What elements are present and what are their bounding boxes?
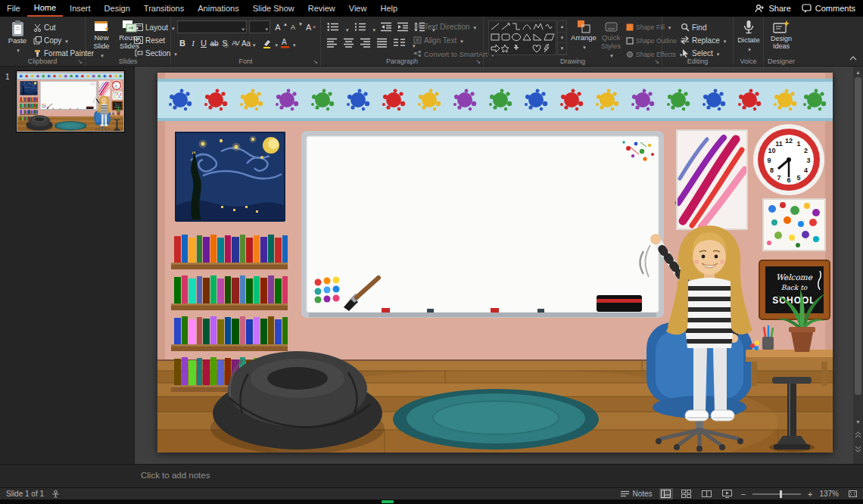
change-case-dropdown[interactable] bbox=[251, 36, 256, 50]
tab-slideshow[interactable]: Slide Show bbox=[246, 0, 301, 17]
vertical-scrollbar[interactable]: ▲ ▼ bbox=[853, 67, 863, 464]
underline-button[interactable]: U bbox=[198, 37, 209, 50]
font-name-combo[interactable] bbox=[177, 20, 247, 33]
zoom-level[interactable]: 137% bbox=[819, 490, 839, 498]
svg-text:5: 5 bbox=[796, 174, 800, 182]
shrink-font-button[interactable]: A▼ bbox=[288, 20, 303, 33]
quick-styles-button[interactable]: Quick Styles bbox=[597, 20, 625, 60]
text-shadow-button[interactable]: S bbox=[220, 37, 230, 50]
align-center-button[interactable] bbox=[344, 37, 354, 51]
character-spacing-button[interactable]: AV bbox=[230, 37, 241, 50]
abstract-painting[interactable] bbox=[677, 130, 747, 229]
strik​ethrough-button[interactable]: ab bbox=[209, 37, 220, 50]
reading-view-button[interactable] bbox=[700, 488, 714, 499]
paste-dropdown[interactable] bbox=[15, 46, 20, 54]
drawing-dialog-launcher[interactable]: ↘ bbox=[654, 58, 659, 65]
shapes-scroll-down[interactable]: ▼ bbox=[558, 33, 566, 44]
shapes-scroll-up[interactable]: ▲ bbox=[558, 21, 566, 33]
zoom-slider-thumb[interactable] bbox=[780, 490, 782, 498]
paste-button[interactable]: Paste bbox=[4, 20, 31, 54]
collapse-ribbon-button[interactable] bbox=[849, 50, 857, 64]
select-button[interactable]: Select bbox=[681, 47, 726, 59]
fit-to-window-button[interactable] bbox=[846, 488, 859, 499]
columns-button[interactable] bbox=[394, 37, 405, 51]
tab-help[interactable]: Help bbox=[373, 0, 404, 17]
comments-icon bbox=[802, 4, 812, 13]
eraser bbox=[597, 295, 642, 312]
align-right-button[interactable] bbox=[360, 37, 371, 51]
shapes-gallery[interactable] bbox=[488, 20, 556, 55]
align-text-button[interactable]: Align Text bbox=[413, 34, 494, 46]
ribbon-group-voice: Dictate Voice bbox=[734, 17, 764, 67]
slide-number: 1 bbox=[5, 73, 10, 81]
slide-thumbnail[interactable] bbox=[17, 71, 124, 132]
tab-animations[interactable]: Animations bbox=[191, 0, 245, 17]
slide-editing-surface[interactable]: 12 1 2 3 4 5 6 7 8 9 10 bbox=[157, 73, 833, 453]
find-button[interactable]: Find bbox=[681, 21, 726, 33]
grow-font-button[interactable]: A▲ bbox=[273, 20, 288, 33]
change-case-button[interactable]: Aa bbox=[241, 37, 251, 50]
share-icon bbox=[755, 4, 765, 13]
convert-smartart-button[interactable]: Convert to SmartArt bbox=[413, 48, 494, 60]
bold-button[interactable]: B bbox=[177, 37, 188, 50]
new-slide-button[interactable]: New Slide bbox=[88, 20, 115, 60]
collapse-ribbon-icon bbox=[849, 56, 857, 61]
bullets-button[interactable] bbox=[327, 21, 339, 35]
normal-view-button[interactable] bbox=[659, 488, 673, 499]
paragraph-dialog-launcher[interactable]: ↘ bbox=[475, 58, 481, 65]
sign-line-2: Back to bbox=[781, 284, 808, 291]
tab-transitions[interactable]: Transitions bbox=[137, 0, 191, 17]
zoom-out-button[interactable]: − bbox=[741, 490, 746, 499]
share-button[interactable]: Share bbox=[755, 4, 790, 13]
dictate-button[interactable]: Dictate bbox=[735, 20, 762, 54]
font-color-button[interactable]: A bbox=[278, 37, 291, 50]
tab-view[interactable]: View bbox=[342, 0, 374, 17]
accessibility-icon[interactable] bbox=[51, 490, 60, 498]
decrease-indent-button[interactable] bbox=[381, 21, 392, 35]
align-left-button[interactable] bbox=[327, 37, 338, 51]
notes-toggle[interactable]: Notes bbox=[621, 490, 652, 498]
comments-button[interactable]: Comments bbox=[802, 4, 855, 13]
tab-insert[interactable]: Insert bbox=[63, 0, 98, 17]
slide-sorter-view-button[interactable] bbox=[680, 488, 693, 499]
increase-indent-button[interactable] bbox=[397, 21, 409, 35]
scrollbar-thumb[interactable] bbox=[855, 77, 861, 395]
numbering-button[interactable] bbox=[354, 21, 366, 35]
notes-pane[interactable]: Click to add notes bbox=[0, 464, 863, 487]
highlight-color-button[interactable] bbox=[260, 37, 274, 50]
tab-home[interactable]: Home bbox=[27, 0, 63, 17]
fit-to-window-icon bbox=[848, 490, 858, 498]
dot-painting[interactable] bbox=[763, 199, 825, 250]
zoom-in-button[interactable]: + bbox=[808, 490, 812, 499]
text-direction-button[interactable]: Text Direction bbox=[413, 20, 494, 33]
scroll-up-button[interactable]: ▲ bbox=[853, 67, 863, 77]
next-slide-button[interactable] bbox=[853, 443, 863, 454]
whiteboard[interactable] bbox=[301, 131, 664, 318]
replace-button[interactable]: Replace bbox=[681, 34, 726, 46]
font-group-label: Font bbox=[171, 58, 320, 65]
justify-button[interactable] bbox=[377, 37, 388, 51]
scroll-down-button[interactable]: ▼ bbox=[853, 416, 863, 427]
previous-slide-button[interactable] bbox=[853, 430, 863, 440]
clipboard-dialog-launcher[interactable]: ↘ bbox=[77, 58, 83, 65]
font-size-combo[interactable] bbox=[249, 20, 270, 33]
tab-file[interactable]: File bbox=[0, 0, 27, 17]
notes-icon bbox=[621, 490, 629, 497]
clear-formatting-button[interactable]: A× bbox=[303, 20, 316, 33]
paint-splat-border[interactable] bbox=[157, 79, 833, 121]
designer-group-label: Designer bbox=[764, 58, 799, 65]
slideshow-view-button[interactable] bbox=[721, 488, 734, 499]
rug[interactable] bbox=[393, 389, 599, 450]
slide-canvas: 12 1 2 3 4 5 6 7 8 9 10 bbox=[135, 67, 863, 464]
font-dialog-launcher[interactable]: ↘ bbox=[313, 58, 318, 65]
tab-design[interactable]: Design bbox=[98, 0, 137, 17]
tab-review[interactable]: Review bbox=[301, 0, 342, 17]
starry-night-painting[interactable] bbox=[176, 132, 285, 222]
italic-button[interactable]: I bbox=[188, 37, 198, 50]
zoom-slider[interactable] bbox=[752, 493, 801, 495]
clock[interactable]: 12 1 2 3 4 5 6 7 8 9 10 bbox=[753, 124, 824, 195]
shapes-more-button[interactable]: ▼ bbox=[558, 43, 566, 54]
decrease-indent-icon bbox=[381, 22, 392, 32]
arrange-button[interactable]: Arrange bbox=[570, 20, 597, 51]
design-ideas-button[interactable]: Design Ideas bbox=[765, 20, 797, 51]
